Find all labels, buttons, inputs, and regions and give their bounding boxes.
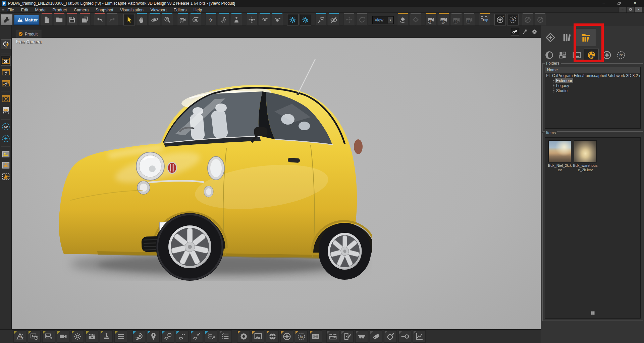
tag-tools-button[interactable] (370, 330, 382, 343)
material-library-tab[interactable] (543, 50, 555, 60)
viewport-3d[interactable]: Free Camera (12, 38, 541, 329)
menu-edit[interactable]: Edit (18, 7, 31, 13)
layers-validate-button[interactable] (190, 330, 203, 343)
orbit-camera-button[interactable] (149, 14, 160, 25)
gear-hide-button[interactable] (328, 14, 339, 25)
gear-link-button[interactable] (315, 14, 327, 25)
zoom-camera-button[interactable] (162, 14, 173, 25)
overlay-library-tab[interactable] (601, 50, 613, 60)
fx-library-tab[interactable]: fx (615, 50, 627, 60)
joystick-navigation-button[interactable] (100, 330, 113, 343)
overlay-check-fx-button[interactable]: ✓ (507, 14, 519, 25)
save-button[interactable] (66, 14, 78, 25)
link-view-button[interactable] (511, 28, 519, 36)
render-queue-button[interactable] (28, 330, 41, 343)
tree-expander-icon[interactable]: - (546, 74, 549, 77)
menu-editors[interactable]: Editors (171, 7, 189, 13)
child-minimize-button[interactable]: – (619, 7, 626, 12)
child-restore-button[interactable] (627, 7, 634, 12)
restore-button[interactable] (613, 0, 625, 7)
environment-globe-button[interactable] (266, 330, 279, 343)
image-frame-button[interactable] (252, 330, 264, 343)
hdr-thumbnail[interactable] (574, 140, 597, 162)
new-product-button[interactable] (41, 14, 52, 25)
image-library-tab[interactable] (571, 50, 583, 60)
folders-tree[interactable]: Name - C:/Program Files/Lumiscaphe/Patch… (545, 67, 641, 129)
menu-camera[interactable]: Camera (71, 7, 91, 13)
layers-visibility-button[interactable] (176, 330, 189, 343)
redo-button[interactable] (107, 14, 118, 25)
minimize-button[interactable]: – (598, 0, 609, 7)
exit-annotate-button[interactable] (341, 330, 354, 343)
list-item-bdx-warehouse[interactable]: Bdx_warehouse_2k.kev (573, 140, 598, 172)
layer-swap-button[interactable] (397, 14, 409, 25)
wheel-tools-button[interactable] (384, 330, 397, 343)
menu-visualization[interactable]: Visualization (117, 7, 146, 13)
mdi-system-menu-icon[interactable] (1, 9, 5, 11)
child-close-button[interactable]: × (635, 7, 642, 12)
environment-library-tab[interactable] (584, 49, 599, 61)
rotate-object-button[interactable] (259, 14, 270, 25)
overlay-compass-button[interactable] (280, 330, 293, 343)
materials-tab[interactable] (543, 30, 558, 45)
animation-clapper-button[interactable] (86, 330, 98, 343)
shapers-tab[interactable] (560, 30, 575, 45)
transparency-toggle-button[interactable]: ✓Trsp (479, 14, 490, 25)
configuration-list-tools-button[interactable] (205, 330, 217, 343)
render-region-image-button[interactable]: R (1, 172, 11, 182)
fx-effects-button[interactable] (295, 330, 308, 343)
fly-mode-button[interactable] (205, 14, 217, 25)
render-region-button[interactable] (1, 93, 11, 104)
menu-viewport[interactable]: Viewport (148, 7, 169, 13)
chevron-down-icon[interactable]: ▾ (388, 17, 393, 23)
pan-hand-button[interactable] (136, 14, 148, 25)
thumbnail-view-button[interactable] (589, 310, 596, 316)
filmstrip-button[interactable] (309, 330, 322, 343)
target-select-button[interactable] (398, 330, 411, 343)
material-layers-button[interactable] (132, 330, 145, 343)
menu-file[interactable]: File (5, 7, 17, 13)
menu-mode[interactable]: Mode (33, 7, 48, 13)
undo-button[interactable] (94, 14, 105, 25)
stereo-3d-button[interactable] (355, 330, 368, 343)
walk-mode-button[interactable] (218, 14, 229, 25)
tools-button[interactable] (1, 14, 13, 25)
layers-globe-button[interactable] (161, 330, 174, 343)
camera-view-1-button[interactable]: 1 (425, 14, 437, 25)
position-pin-button[interactable] (147, 330, 160, 343)
statistics-graph-button[interactable] (413, 330, 426, 343)
render-button[interactable] (13, 330, 26, 343)
list-item-bdx-niel[interactable]: Bdx_Niel_2k.kev (547, 140, 573, 172)
rotate-world-button[interactable] (272, 14, 283, 25)
surface-edit-button[interactable] (287, 14, 299, 25)
tree-row-studio[interactable]: Studio (545, 88, 640, 93)
measure-tool-button[interactable] (326, 330, 339, 343)
camera-view-2-button[interactable]: 2 (438, 14, 449, 25)
tree-column-header[interactable]: Name (545, 67, 640, 73)
window-lightning-off-button[interactable] (1, 56, 11, 66)
translate-object-button[interactable] (246, 14, 258, 25)
hdr-thumbnail[interactable] (548, 140, 571, 162)
show-cameras-button[interactable] (1, 122, 11, 132)
window-lightning-button[interactable] (1, 67, 11, 77)
sun-lighting-button[interactable] (71, 330, 84, 343)
menu-snapshot[interactable]: Snapshot (93, 7, 116, 13)
configuration-list-button[interactable] (219, 330, 232, 343)
pedestrian-mode-button[interactable] (231, 14, 242, 25)
overlay-check-star-button[interactable]: ✓ (494, 14, 506, 25)
video-capture-button[interactable] (57, 330, 69, 343)
settings-sliders-button[interactable] (114, 330, 127, 343)
select-cursor-button[interactable] (123, 14, 135, 25)
menu-help[interactable]: Help (191, 7, 205, 13)
view-selector-dropdown[interactable]: View ▾ (372, 16, 394, 24)
close-view-button[interactable] (530, 28, 539, 36)
window-lightning-points-button[interactable] (1, 78, 11, 88)
render-image-button[interactable]: R (1, 160, 11, 170)
menu-product[interactable]: Product (50, 7, 69, 13)
open-button[interactable] (54, 14, 65, 25)
view-settings-button[interactable] (521, 28, 529, 36)
tree-row-exterieur[interactable]: Exterieur (545, 78, 640, 83)
camera-dolly-button[interactable] (177, 14, 189, 25)
material-sphere-button[interactable] (237, 330, 250, 343)
presentation-screen-button[interactable] (1, 105, 11, 115)
